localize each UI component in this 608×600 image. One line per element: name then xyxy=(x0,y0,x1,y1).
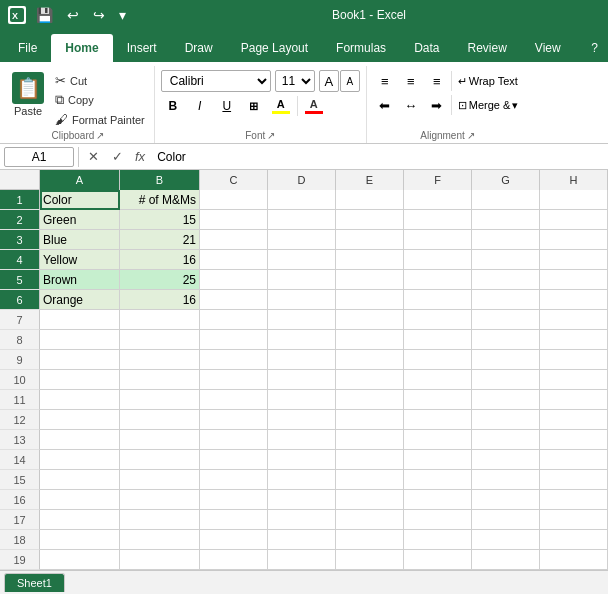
row-num-9[interactable]: 9 xyxy=(0,350,40,370)
cell-d7[interactable] xyxy=(268,310,336,330)
cell-e2[interactable] xyxy=(336,210,404,230)
align-left-button[interactable]: ⬅ xyxy=(373,94,397,116)
underline-button[interactable]: U xyxy=(215,95,239,117)
cell-b3[interactable]: 21 xyxy=(120,230,200,250)
format-painter-button[interactable]: 🖌 Format Painter xyxy=(52,111,148,128)
font-expand-icon[interactable]: ↗ xyxy=(267,130,275,141)
row-num-16[interactable]: 16 xyxy=(0,490,40,510)
align-bottom-button[interactable]: ≡ xyxy=(425,70,449,92)
cell-g4[interactable] xyxy=(472,250,540,270)
cell-h3[interactable] xyxy=(540,230,608,250)
tab-help[interactable]: ? xyxy=(581,34,608,62)
row-num-8[interactable]: 8 xyxy=(0,330,40,350)
paste-button[interactable]: 📋 Paste xyxy=(8,70,48,119)
row-num-3[interactable]: 3 xyxy=(0,230,40,250)
align-right-button[interactable]: ➡ xyxy=(425,94,449,116)
align-top-button[interactable]: ≡ xyxy=(373,70,397,92)
font-name-select[interactable]: Calibri xyxy=(161,70,271,92)
clipboard-expand-icon[interactable]: ↗ xyxy=(96,130,104,141)
row-num-2[interactable]: 2 xyxy=(0,210,40,230)
save-button[interactable]: 💾 xyxy=(32,5,57,25)
tab-file[interactable]: File xyxy=(4,34,51,62)
align-center-button[interactable]: ↔ xyxy=(399,94,423,116)
tab-review[interactable]: Review xyxy=(453,34,520,62)
row-num-13[interactable]: 13 xyxy=(0,430,40,450)
bold-button[interactable]: B xyxy=(161,95,185,117)
cell-d2[interactable] xyxy=(268,210,336,230)
row-num-7[interactable]: 7 xyxy=(0,310,40,330)
cell-g1[interactable] xyxy=(472,190,540,210)
col-header-b[interactable]: B xyxy=(120,170,200,190)
align-middle-button[interactable]: ≡ xyxy=(399,70,423,92)
cell-g2[interactable] xyxy=(472,210,540,230)
decrease-font-size-button[interactable]: A xyxy=(340,70,360,92)
cell-c7[interactable] xyxy=(200,310,268,330)
tab-data[interactable]: Data xyxy=(400,34,453,62)
cell-c6[interactable] xyxy=(200,290,268,310)
row-num-6[interactable]: 6 xyxy=(0,290,40,310)
alignment-expand-icon[interactable]: ↗ xyxy=(467,130,475,141)
cell-c4[interactable] xyxy=(200,250,268,270)
cell-f5[interactable] xyxy=(404,270,472,290)
merge-cells-button[interactable]: ⊡ Merge & ▾ xyxy=(454,97,523,114)
cell-c2[interactable] xyxy=(200,210,268,230)
increase-font-size-button[interactable]: A xyxy=(319,70,339,92)
font-color-button[interactable]: A xyxy=(302,95,326,117)
row-num-11[interactable]: 11 xyxy=(0,390,40,410)
cell-a6[interactable]: Orange xyxy=(40,290,120,310)
fill-color-button[interactable]: A xyxy=(269,95,293,117)
row-num-1[interactable]: 1 xyxy=(0,190,40,210)
cell-b5[interactable]: 25 xyxy=(120,270,200,290)
row-num-4[interactable]: 4 xyxy=(0,250,40,270)
borders-button[interactable]: ⊞ xyxy=(242,95,266,117)
col-header-a[interactable]: A xyxy=(40,170,120,190)
cell-f6[interactable] xyxy=(404,290,472,310)
row-num-15[interactable]: 15 xyxy=(0,470,40,490)
col-header-f[interactable]: F xyxy=(404,170,472,190)
cell-d1[interactable] xyxy=(268,190,336,210)
cell-d6[interactable] xyxy=(268,290,336,310)
redo-button[interactable]: ↪ xyxy=(89,5,109,25)
undo-button[interactable]: ↩ xyxy=(63,5,83,25)
cell-h6[interactable] xyxy=(540,290,608,310)
cell-b6[interactable]: 16 xyxy=(120,290,200,310)
col-header-c[interactable]: C xyxy=(200,170,268,190)
cell-a3[interactable]: Blue xyxy=(40,230,120,250)
col-header-e[interactable]: E xyxy=(336,170,404,190)
cell-f4[interactable] xyxy=(404,250,472,270)
name-box[interactable] xyxy=(4,147,74,167)
row-num-14[interactable]: 14 xyxy=(0,450,40,470)
row-num-18[interactable]: 18 xyxy=(0,530,40,550)
cell-c5[interactable] xyxy=(200,270,268,290)
row-num-5[interactable]: 5 xyxy=(0,270,40,290)
cell-a2[interactable]: Green xyxy=(40,210,120,230)
wrap-text-button[interactable]: ↵ Wrap Text xyxy=(454,73,522,90)
row-num-17[interactable]: 17 xyxy=(0,510,40,530)
col-header-h[interactable]: H xyxy=(540,170,608,190)
cell-b2[interactable]: 15 xyxy=(120,210,200,230)
cut-button[interactable]: ✂ Cut xyxy=(52,72,148,89)
cell-d3[interactable] xyxy=(268,230,336,250)
cell-a4[interactable]: Yellow xyxy=(40,250,120,270)
tab-formulas[interactable]: Formulas xyxy=(322,34,400,62)
cell-b1[interactable]: # of M&Ms xyxy=(120,190,200,210)
formula-input[interactable] xyxy=(153,147,604,167)
cancel-formula-button[interactable]: ✕ xyxy=(83,147,103,167)
col-header-g[interactable]: G xyxy=(472,170,540,190)
col-header-d[interactable]: D xyxy=(268,170,336,190)
cell-g6[interactable] xyxy=(472,290,540,310)
cell-b4[interactable]: 16 xyxy=(120,250,200,270)
cell-e6[interactable] xyxy=(336,290,404,310)
row-num-19[interactable]: 19 xyxy=(0,550,40,570)
cell-a1[interactable]: Color xyxy=(40,190,120,210)
copy-button[interactable]: ⧉ Copy xyxy=(52,91,148,109)
cell-e5[interactable] xyxy=(336,270,404,290)
cell-e3[interactable] xyxy=(336,230,404,250)
cell-e1[interactable] xyxy=(336,190,404,210)
tab-view[interactable]: View xyxy=(521,34,575,62)
cell-h2[interactable] xyxy=(540,210,608,230)
cell-g3[interactable] xyxy=(472,230,540,250)
cell-f7[interactable] xyxy=(404,310,472,330)
cell-a5[interactable]: Brown xyxy=(40,270,120,290)
confirm-formula-button[interactable]: ✓ xyxy=(107,147,127,167)
